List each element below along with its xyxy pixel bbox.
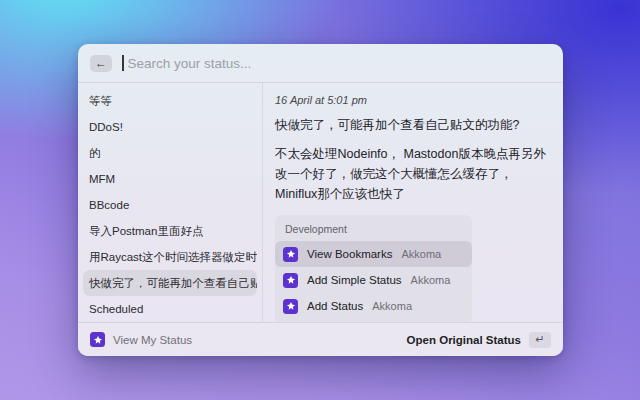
- footer-bar: View My Status Open Original Status ↵: [78, 322, 563, 356]
- action-app-name: Akkoma: [401, 248, 441, 260]
- back-button[interactable]: ←: [90, 55, 112, 72]
- action-add-simple-status[interactable]: Add Simple Status Akkoma: [275, 267, 472, 293]
- list-item[interactable]: 的: [83, 140, 257, 166]
- return-key-icon: ↵: [529, 332, 551, 348]
- main-content: 等等 DDoS! 的 MFM BBcode 导入Postman里面好点 用Ray…: [78, 83, 563, 322]
- open-original-status-button[interactable]: Open Original Status ↵: [407, 332, 551, 348]
- list-item-selected[interactable]: 快做完了，可能再加个查看自己贴文的…: [83, 270, 257, 296]
- list-item[interactable]: 用Raycast这个时间选择器做定时很方…: [83, 244, 257, 270]
- akkoma-app-icon: [283, 299, 298, 314]
- action-label: View Bookmarks: [307, 248, 392, 260]
- status-detail-pane: 16 April at 5:01 pm 快做完了，可能再加个查看自己贴文的功能?…: [263, 83, 563, 322]
- actions-panel: Development View Bookmarks Akkoma Add Si…: [275, 215, 472, 325]
- footer-left-label: View My Status: [113, 334, 192, 346]
- status-text: 快做完了，可能再加个查看自己贴文的功能?: [275, 115, 549, 135]
- action-add-status[interactable]: Add Status Akkoma: [275, 293, 472, 319]
- list-item[interactable]: 导入Postman里面好点: [83, 218, 257, 244]
- akkoma-app-icon: [90, 332, 105, 347]
- action-label: Add Status: [307, 300, 363, 312]
- list-item[interactable]: DDoS!: [83, 114, 257, 140]
- view-my-status-button[interactable]: View My Status: [90, 332, 192, 347]
- action-app-name: Akkoma: [372, 300, 412, 312]
- list-item[interactable]: Scheduled: [83, 296, 257, 322]
- raycast-window: ← 等等 DDoS! 的 MFM BBcode 导入Postman里面好点 用R…: [78, 44, 563, 356]
- text-caret: [122, 55, 124, 71]
- back-arrow-icon: ←: [95, 55, 107, 72]
- search-input[interactable]: [126, 55, 552, 72]
- list-item[interactable]: MFM: [83, 166, 257, 192]
- status-timestamp: 16 April at 5:01 pm: [275, 94, 549, 106]
- akkoma-app-icon: [283, 273, 298, 288]
- action-app-name: Akkoma: [411, 274, 451, 286]
- action-label: Add Simple Status: [307, 274, 402, 286]
- list-item[interactable]: BBcode: [83, 192, 257, 218]
- footer-right-label: Open Original Status: [407, 334, 521, 346]
- status-list: 等等 DDoS! 的 MFM BBcode 导入Postman里面好点 用Ray…: [78, 83, 263, 322]
- search-bar: ←: [78, 44, 563, 83]
- action-view-bookmarks[interactable]: View Bookmarks Akkoma: [275, 241, 472, 267]
- status-text: 不太会处理Nodeinfo， Mastodon版本晚点再另外改一个好了，做完这个…: [275, 144, 549, 204]
- desktop-background: ← 等等 DDoS! 的 MFM BBcode 导入Postman里面好点 用R…: [0, 0, 640, 400]
- actions-section-title: Development: [285, 223, 472, 235]
- akkoma-app-icon: [283, 247, 298, 262]
- list-item[interactable]: 等等: [83, 88, 257, 114]
